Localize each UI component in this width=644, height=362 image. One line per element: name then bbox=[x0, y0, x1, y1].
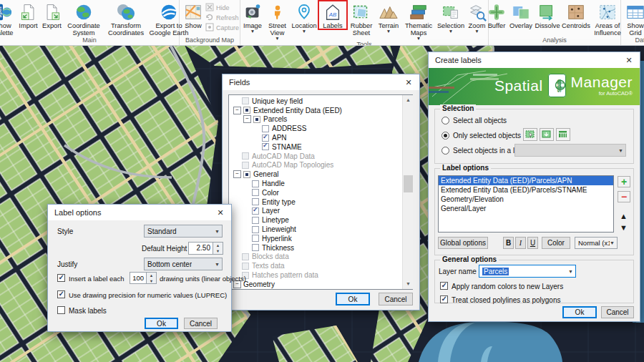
tree-item[interactable]: Color bbox=[229, 188, 412, 197]
luprec-checkbox[interactable] bbox=[57, 290, 65, 298]
close-icon[interactable]: ✕ bbox=[210, 205, 231, 220]
tree-checkbox[interactable] bbox=[242, 263, 249, 270]
selection-dropdown-icon[interactable]: ▼ bbox=[449, 29, 453, 34]
list-item[interactable]: Extended Entity Data (EED)/Parcels/STNAM… bbox=[439, 185, 613, 195]
pick-objects-button[interactable] bbox=[523, 128, 537, 141]
select-all-radio[interactable] bbox=[441, 117, 449, 124]
default-height-stepper[interactable]: 2.50 ▲▼ bbox=[188, 242, 223, 255]
close-icon[interactable]: ✕ bbox=[398, 74, 419, 90]
global-options-button[interactable]: Global options bbox=[438, 237, 488, 249]
italic-button[interactable]: I bbox=[515, 237, 526, 249]
justify-select[interactable]: Bottom center ▼ bbox=[144, 258, 223, 270]
label-options-titlebar[interactable]: Label options ✕ bbox=[48, 205, 231, 220]
text-size-select[interactable]: Normal (x1) ▼ bbox=[575, 237, 618, 249]
label-options-ok-button[interactable]: Ok bbox=[145, 318, 178, 329]
select-layer-radio[interactable] bbox=[441, 147, 449, 155]
show-grid-button[interactable]: Show Grid bbox=[623, 1, 644, 36]
random-colors-checkbox[interactable] bbox=[440, 282, 448, 290]
tree-checkbox[interactable] bbox=[262, 125, 269, 132]
tree-checkbox[interactable] bbox=[242, 253, 249, 260]
thematic-maps-button[interactable]: Thematic Maps ▼ bbox=[401, 1, 436, 41]
tree-item[interactable]: ADDRESS bbox=[229, 124, 412, 133]
rubber-sheet-button[interactable]: Rubber Sheet bbox=[347, 1, 376, 36]
tree-item[interactable]: Linetype bbox=[229, 215, 412, 225]
only-selected-radio[interactable] bbox=[441, 132, 449, 140]
layer-name-combobox[interactable]: Parcels ▼ bbox=[479, 265, 576, 278]
overlay-button[interactable]: Overlay bbox=[508, 1, 534, 29]
tree-item[interactable]: Blocks data bbox=[229, 253, 412, 262]
spinner-arrows-icon[interactable]: ▲▼ bbox=[213, 242, 223, 255]
tree-checkbox[interactable] bbox=[243, 107, 250, 114]
tree-item[interactable]: Elevation bbox=[229, 289, 412, 290]
style-select[interactable]: Standard ▼ bbox=[144, 225, 223, 238]
scroll-thumb[interactable] bbox=[404, 175, 413, 192]
image-button[interactable]: Image ▼ bbox=[240, 1, 265, 34]
closed-polylines-checkbox[interactable] bbox=[440, 295, 448, 303]
export-button[interactable]: Export bbox=[40, 1, 64, 29]
tree-item[interactable]: Texts data bbox=[229, 261, 412, 270]
tree-item[interactable]: Lineweight bbox=[229, 225, 412, 234]
tree-checkbox[interactable] bbox=[252, 207, 259, 215]
tree-item[interactable]: Handle bbox=[229, 179, 412, 188]
tree-item[interactable]: −General bbox=[229, 170, 412, 179]
list-item[interactable]: Geometry/Elevation bbox=[439, 195, 613, 204]
create-labels-cancel-button[interactable]: Cancel bbox=[601, 306, 634, 318]
tree-checkbox[interactable] bbox=[242, 152, 249, 160]
tree-item[interactable]: Layer bbox=[229, 207, 412, 216]
tree-checkbox[interactable] bbox=[262, 143, 269, 150]
close-icon[interactable]: ✕ bbox=[618, 52, 640, 68]
bold-button[interactable]: B bbox=[503, 237, 514, 249]
add-field-button[interactable]: + bbox=[618, 176, 630, 187]
tree-item[interactable]: AutoCAD Map Data bbox=[229, 152, 412, 161]
move-down-icon[interactable]: ▼ bbox=[620, 224, 628, 232]
tree-expander-icon[interactable]: − bbox=[243, 115, 251, 123]
tree-item[interactable]: Hyperlink bbox=[229, 234, 412, 243]
fields-cancel-button[interactable]: Cancel bbox=[379, 293, 413, 305]
create-labels-titlebar[interactable]: Create labels ✕ bbox=[429, 52, 640, 68]
buffer-button[interactable]: Buffer bbox=[485, 1, 508, 29]
tree-expander-icon[interactable]: − bbox=[233, 170, 241, 178]
centroids-button[interactable]: Centroids bbox=[561, 1, 591, 29]
tree-expander-icon[interactable]: − bbox=[233, 107, 241, 114]
tree-item[interactable]: APN bbox=[229, 133, 412, 142]
grid-selection-button[interactable] bbox=[556, 128, 570, 141]
tree-item[interactable]: Thickness bbox=[229, 243, 412, 253]
tree-checkbox[interactable] bbox=[262, 134, 269, 142]
tree-checkbox[interactable] bbox=[252, 217, 259, 224]
label-options-cancel-button[interactable]: Cancel bbox=[184, 318, 218, 329]
tree-item[interactable]: −Parcels bbox=[229, 115, 412, 124]
tree-checkbox[interactable] bbox=[252, 235, 259, 242]
terrain-button[interactable]: Terrain ▼ bbox=[376, 1, 401, 34]
fields-tree-scrollbar[interactable]: ▲ ▼ bbox=[402, 95, 414, 289]
background-hide-button[interactable]: Hide bbox=[205, 3, 239, 13]
insert-distance-stepper[interactable]: 100 ▲▼ bbox=[130, 272, 157, 284]
coordinate-system-button[interactable]: Coordinate System bbox=[64, 1, 104, 36]
tree-checkbox[interactable] bbox=[242, 97, 249, 104]
remove-field-button[interactable]: − bbox=[618, 191, 630, 202]
color-button[interactable]: Color bbox=[542, 237, 570, 249]
add-selection-button[interactable] bbox=[540, 128, 554, 141]
tree-item[interactable]: STNAME bbox=[229, 142, 412, 152]
transform-coordinates-button[interactable]: Transform Coordinates bbox=[104, 1, 148, 36]
tree-checkbox[interactable] bbox=[252, 189, 259, 196]
tree-item[interactable]: Unique key field bbox=[229, 97, 412, 106]
areas-of-influence-button[interactable]: Areas of Influence bbox=[591, 1, 624, 36]
fields-dialog-titlebar[interactable]: Fields ✕ bbox=[223, 74, 419, 90]
labels-button[interactable]: AB Labels bbox=[318, 1, 347, 29]
terrain-dropdown-icon[interactable]: ▼ bbox=[386, 29, 391, 34]
selection-button[interactable]: Selection ▼ bbox=[436, 1, 466, 34]
import-button[interactable]: Import bbox=[16, 1, 40, 29]
zoom-dropdown-icon[interactable]: ▼ bbox=[474, 29, 479, 34]
list-item[interactable]: Extended Entity Data (EED)/Parcels/APN bbox=[439, 176, 613, 185]
location-button[interactable]: Location ▼ bbox=[290, 1, 318, 34]
tree-item[interactable]: Hatches pattern data bbox=[229, 270, 412, 280]
tree-checkbox[interactable] bbox=[252, 226, 259, 233]
spinner-arrows-icon[interactable]: ▲▼ bbox=[147, 272, 157, 284]
mask-labels-checkbox[interactable] bbox=[57, 306, 65, 314]
tree-checkbox[interactable] bbox=[242, 162, 249, 169]
background-capture-button[interactable]: Capture bbox=[205, 23, 239, 33]
tree-item[interactable]: AutoCAD Map Topologies bbox=[229, 161, 412, 170]
fields-ok-button[interactable]: Ok bbox=[336, 293, 370, 305]
image-dropdown-icon[interactable]: ▼ bbox=[250, 29, 255, 34]
tree-checkbox[interactable] bbox=[252, 244, 259, 251]
